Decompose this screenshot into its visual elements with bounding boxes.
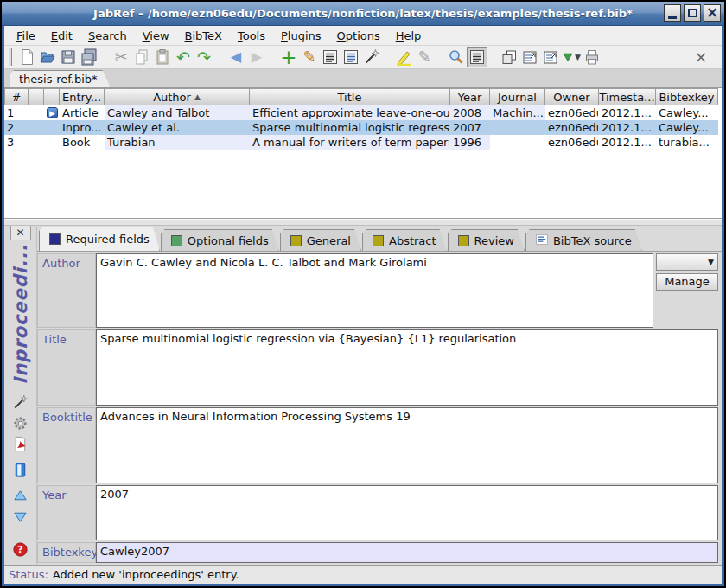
column-header-year[interactable]: Year [450,88,490,105]
pdf-icon [12,436,29,455]
cut-icon[interactable]: ✂ [111,47,131,67]
column-header-icon1[interactable] [29,88,44,105]
column-header-entry[interactable]: Entry... [60,88,105,105]
cell-bibtexkey: turabia... [656,135,718,150]
duplicate-entry-icon[interactable] [499,47,519,67]
previous-entry-button[interactable] [10,487,31,508]
cell-title: Efficient approximate leave-one-out... [250,105,450,120]
maximize-icon [688,9,697,17]
column-header-timesta[interactable]: Timesta... [599,88,656,105]
search-icon[interactable] [446,47,467,67]
file-icon [12,462,29,481]
open-database-icon[interactable] [37,47,58,67]
author-names-dropdown[interactable]: ▼ [656,253,718,271]
tab-abstract[interactable]: Abstract [362,229,447,251]
gear-icon [12,415,29,434]
next-entry-button[interactable] [10,508,31,528]
close-button[interactable]: × [704,4,721,22]
table-row[interactable]: 1▶ArticleCawley and TalbotEfficient appr… [4,105,722,120]
author-field-controls: ▼Manage [656,253,718,328]
column-header-[interactable]: # [4,88,29,105]
column-header-icon2[interactable] [44,88,60,105]
menu-plugins[interactable]: Plugins [276,28,327,44]
cell-entrytype: Article [60,105,105,120]
tab-color-icon [373,235,384,246]
open-file-button[interactable] [10,461,31,482]
year-field[interactable]: 2007 [96,485,718,540]
print-entry-preview-icon[interactable] [582,47,602,67]
generate-key-button[interactable] [10,393,31,414]
unmark-entries-icon[interactable]: ✎ [414,47,435,67]
edit-entry-icon[interactable]: ✎ [299,47,320,67]
menu-tools[interactable]: Tools [232,28,271,44]
paste-icon[interactable] [152,47,173,67]
help-button[interactable]: ? [10,540,31,561]
bibtexkey-field[interactable]: Cawley2007 [96,542,718,563]
tab-review[interactable]: Review [448,229,525,251]
menu-bibtex[interactable]: BibTeX [180,28,227,44]
cell-timestamp: 2012.1... [599,135,656,150]
url-icon[interactable]: ▶ [47,107,58,118]
tab-required-fields[interactable]: Required fields [39,227,160,251]
database-tab[interactable]: thesis-ref.bib* [10,70,111,87]
booktitle-field[interactable]: Advances in Neural Information Processin… [96,407,718,483]
redo-icon[interactable]: ↷ [194,47,214,67]
cell-num: 1 [4,105,29,120]
back-icon[interactable]: ◀ [226,47,246,67]
entry-table-body: 1▶ArticleCawley and TalbotEfficient appr… [4,105,722,150]
table-row[interactable]: 2Inpro...Cawley et al.Sparse multinomial… [4,120,722,135]
tab-label: General [307,234,351,247]
author-field[interactable]: Gavin C. Cawley and Nicola L. C. Talbot … [96,253,653,328]
mark-entries-icon[interactable] [393,47,414,67]
menu-help[interactable]: Help [391,28,427,44]
column-header-title[interactable]: Title [250,88,450,105]
tab-general[interactable]: General [280,229,361,251]
menu-file[interactable]: File [11,28,41,44]
wizard-icon[interactable] [361,47,382,67]
column-header-owner[interactable]: Owner [545,88,599,105]
tab-bibtex-source[interactable]: BibTeX source [525,229,642,251]
open-pdf-button[interactable] [10,435,31,456]
table-row[interactable]: 3BookTurabianA manual for writers of ter… [4,135,722,150]
menu-options[interactable]: Options [332,28,385,44]
autoset-button[interactable] [10,414,31,435]
cell-owner: ezn06edu [545,120,599,135]
tab-color-icon [290,235,302,246]
save-all-icon[interactable] [79,47,99,67]
maximize-button[interactable] [684,4,701,22]
toggle-preview-icon[interactable] [341,47,361,67]
close-database-icon[interactable]: × [691,47,711,67]
openoffice-icon[interactable]: ▼ [561,47,582,67]
toggle-entry-preview-icon[interactable] [467,47,487,67]
push-to-application-icon[interactable] [519,47,540,67]
manage-button[interactable]: Manage [656,273,718,291]
save-database-icon[interactable] [58,47,79,67]
cell-author: Cawley et al. [105,120,250,135]
entry-editor-close-button[interactable]: ✕ [10,226,31,240]
forward-icon[interactable]: ▶ [246,47,267,67]
field-row-title: TitleSparse multinomial logistic regress… [37,329,722,406]
undo-icon[interactable]: ↶ [173,47,194,67]
field-row-booktitle: BooktitleAdvances in Neural Information … [37,407,722,483]
toolbar-group [16,47,99,67]
new-database-icon[interactable] [16,47,37,67]
cell-title: A manual for writers of term papers... [250,135,450,150]
menu-search[interactable]: Search [83,28,132,44]
minimize-button[interactable] [664,4,681,22]
title-field[interactable]: Sparse multinomial logistic regression v… [96,329,718,406]
column-header-bibtexkey[interactable]: Bibtexkey [656,88,718,105]
cell-title: Sparse multinomial logistic regressi... [250,120,450,135]
toggle-groups-icon[interactable] [320,47,341,67]
entry-editor: ✕Inproceedi...? Required fieldsOptional … [4,226,722,565]
new-entry-icon[interactable]: + [278,47,299,67]
copy-icon[interactable] [131,47,152,67]
menu-view[interactable]: View [137,28,175,44]
column-header-author[interactable]: Author▲ [105,88,250,105]
tab-optional-fields[interactable]: Optional fields [161,229,279,251]
push-to-editor-icon[interactable] [540,47,561,67]
column-header-journal[interactable]: Journal [490,88,545,105]
window-title: JabRef – /home/ezn06edu/Documents/nonfic… [2,7,724,20]
menu-edit[interactable]: Edit [46,28,78,44]
toolbar-handle[interactable] [9,48,12,66]
split-divider[interactable] [4,219,722,226]
